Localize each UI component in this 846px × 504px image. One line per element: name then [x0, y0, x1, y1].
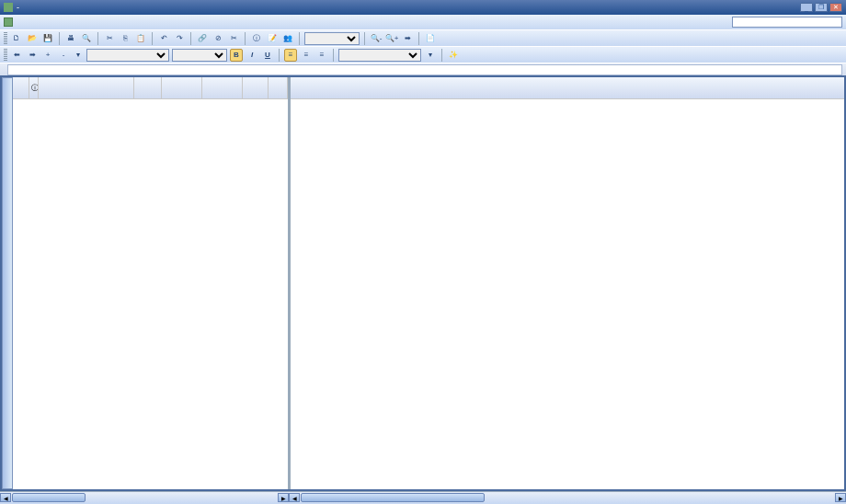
autofilter-icon[interactable]: ▾ [424, 49, 437, 62]
table-header: ⓘ [13, 77, 288, 99]
align-center-button[interactable]: ≡ [300, 49, 313, 62]
restore-button[interactable]: ❐ [815, 3, 828, 12]
entry-input[interactable] [7, 64, 842, 75]
align-left-button[interactable]: ≡ [284, 49, 297, 62]
goto-icon[interactable]: ➡ [401, 32, 414, 45]
notes-icon[interactable]: 📝 [266, 32, 279, 45]
link-icon[interactable]: 🔗 [196, 32, 209, 45]
app-menu-icon[interactable] [4, 17, 13, 27]
align-right-button[interactable]: ≡ [315, 49, 328, 62]
menu-bar [0, 15, 846, 29]
show-sub-icon[interactable]: + [41, 49, 54, 62]
print-icon[interactable]: 🖶 [64, 32, 77, 45]
view-tab-gantt[interactable] [2, 77, 13, 489]
row-header-corner[interactable] [13, 77, 29, 99]
font-select[interactable] [86, 49, 169, 62]
zoom-out-icon[interactable]: 🔍- [370, 32, 383, 45]
show-label[interactable]: ▾ [73, 49, 84, 62]
col-predecessors[interactable] [243, 77, 269, 99]
copy-icon[interactable]: ⎘ [119, 32, 131, 45]
wizard-icon[interactable]: ✨ [447, 49, 460, 62]
new-icon[interactable]: 🗋 [10, 32, 23, 45]
outdent-icon[interactable]: ⬅ [10, 49, 23, 62]
pdf-icon[interactable]: 📄 [424, 32, 437, 45]
save-icon[interactable]: 💾 [41, 32, 54, 45]
split-icon[interactable]: ✂ [227, 32, 240, 45]
standard-toolbar: 🗋 📂 💾 🖶 🔍 ✂ ⎘ 📋 ↶ ↷ 🔗 ⊘ ✂ ⓘ 📝 👥 🔍- 🔍+ ➡ … [0, 29, 846, 46]
entry-bar [0, 63, 846, 75]
window-title: - [17, 3, 800, 12]
underline-button[interactable]: U [261, 49, 274, 62]
title-bar: - _ ❐ ✕ [0, 0, 846, 15]
formatting-toolbar: ⬅ ➡ + - ▾ B I U ≡ ≡ ≡ ▾ ✨ [0, 46, 846, 63]
print-preview-icon[interactable]: 🔍 [80, 32, 93, 45]
timescale-header[interactable] [291, 77, 844, 99]
open-icon[interactable]: 📂 [26, 32, 39, 45]
app-icon [4, 3, 13, 12]
gantt-chart-area[interactable] [291, 99, 844, 489]
hide-sub-icon[interactable]: - [57, 49, 70, 62]
col-indicators[interactable]: ⓘ [29, 77, 39, 99]
unlink-icon[interactable]: ⊘ [212, 32, 224, 45]
table-hscroll[interactable]: ◀ ▶ [0, 491, 289, 504]
paste-icon[interactable]: 📋 [134, 32, 147, 45]
minimize-button[interactable]: _ [800, 3, 813, 12]
zoom-in-icon[interactable]: 🔍+ [385, 32, 398, 45]
group-select[interactable] [304, 32, 360, 45]
filter-select[interactable] [338, 49, 421, 62]
gantt-pane [291, 77, 844, 489]
bold-button[interactable]: B [230, 49, 243, 62]
toolbar-grip[interactable] [4, 49, 7, 62]
gantt-hscroll[interactable]: ◀ ▶ [289, 491, 846, 504]
close-button[interactable]: ✕ [829, 3, 842, 12]
table-body[interactable] [13, 99, 288, 489]
redo-icon[interactable]: ↷ [173, 32, 186, 45]
info-icon[interactable]: ⓘ [250, 32, 263, 45]
cut-icon[interactable]: ✂ [103, 32, 116, 45]
indent-icon[interactable]: ➡ [26, 49, 39, 62]
col-resource[interactable] [269, 77, 288, 99]
task-table-pane: ⓘ [13, 77, 291, 489]
col-duration[interactable] [134, 77, 162, 99]
col-finish[interactable] [202, 77, 243, 99]
font-size-select[interactable] [172, 49, 227, 62]
italic-button[interactable]: I [246, 49, 258, 62]
toolbar-grip[interactable] [4, 32, 7, 45]
assign-icon[interactable]: 👥 [281, 32, 294, 45]
col-task-name[interactable] [39, 77, 134, 99]
undo-icon[interactable]: ↶ [157, 32, 170, 45]
help-search-input[interactable] [732, 17, 842, 28]
col-start[interactable] [162, 77, 202, 99]
